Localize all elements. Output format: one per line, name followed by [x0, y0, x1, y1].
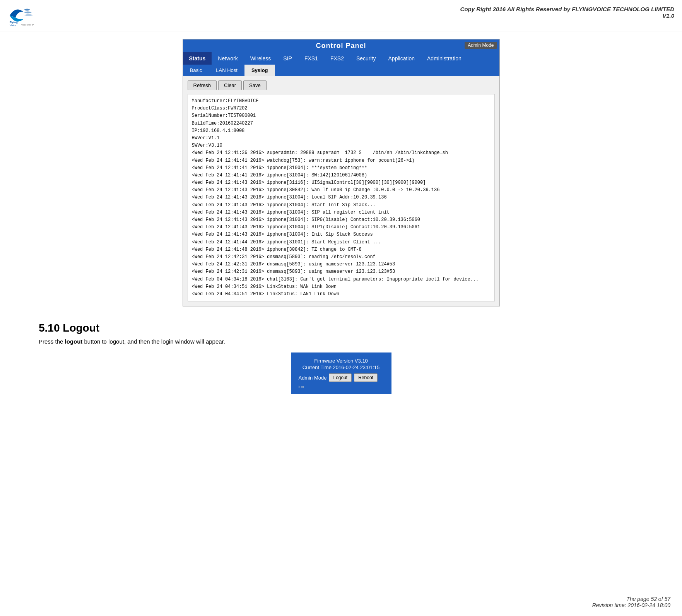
ion-label: ion: [299, 384, 384, 389]
tab-sip[interactable]: SIP: [277, 52, 298, 65]
section-description: Press the logout button to logout, and t…: [39, 338, 643, 345]
log-line: <Wed Feb 24 12:42:31 2016> dnsmasq[5893]…: [192, 253, 491, 261]
save-button[interactable]: Save: [243, 80, 267, 90]
log-line: <Wed Feb 24 12:41:43 2016> ipphone[30842…: [192, 187, 491, 194]
logout-keyword: logout: [65, 338, 83, 345]
log-line: <Wed Feb 24 12:41:44 2016> ipphone[31001…: [192, 239, 491, 246]
log-line: SerialNumber:TEST000001: [192, 112, 491, 120]
log-line: <Wed Feb 04 04:34:18 2016> chat[3163]: C…: [192, 276, 491, 283]
log-line: <Wed Feb 24 12:41:43 2016> ipphone[31004…: [192, 216, 491, 224]
log-line: SWVer:V3.10: [192, 142, 491, 149]
tab-wireless[interactable]: Wireless: [244, 52, 277, 65]
log-line: <Wed Feb 24 12:41:41 2016> ipphone[31004…: [192, 172, 491, 179]
log-line: <Wed Feb 24 12:41:48 2016> ipphone[30842…: [192, 246, 491, 253]
log-line: <Wed Feb 24 12:41:43 2016> ipphone[31004…: [192, 224, 491, 231]
copyright-text: Copy Right 2016 All Rights Reserved by F…: [39, 6, 674, 12]
admin-mode-label: Admin Mode: [299, 375, 327, 381]
top-nav-tabs: Status Network Wireless SIP FXS1 FXS2 Se…: [183, 52, 499, 65]
log-line: IP:192.168.4.1:8008: [192, 127, 491, 135]
clear-button[interactable]: Clear: [218, 80, 242, 90]
log-line: HWVer:V1.1: [192, 135, 491, 142]
refresh-button[interactable]: Refresh: [188, 80, 217, 90]
log-line: <Wed Feb 24 12:41:43 2016> ipphone[31116…: [192, 179, 491, 187]
main-content: Control Panel Admin Mode Status Network …: [0, 31, 682, 414]
log-line: BuildTime:201602240227: [192, 120, 491, 127]
panel-content: Refresh Clear Save Manufacturer:FLYINGVO…: [183, 76, 499, 306]
svg-text:Voice over IP: Voice over IP: [21, 24, 34, 26]
page-header: Flying Voice Voice over IP Copy Right 20…: [0, 0, 682, 31]
log-line: <Wed Feb 24 12:42:31 2016> dnsmasq[5893]…: [192, 268, 491, 275]
current-time-label: Current Time: [303, 364, 333, 370]
log-line: <Wed Feb 24 04:34:51 2016> LinkStatus: L…: [192, 291, 491, 298]
log-line: <Wed Feb 24 12:41:36 2016> superadmin: 2…: [192, 149, 491, 157]
section-title: 5.10 Logout: [39, 322, 643, 334]
tab-status[interactable]: Status: [183, 52, 212, 65]
current-time-value: 2016-02-24 23:01:15: [333, 364, 380, 370]
revision-time: Revision time: 2016-02-24 18:00: [592, 602, 670, 608]
router-panel: Control Panel Admin Mode Status Network …: [183, 39, 500, 306]
admin-mode-badge: Admin Mode: [465, 42, 497, 49]
log-line: <Wed Feb 24 12:41:41 2016> ipphone[31004…: [192, 164, 491, 172]
version-text: V1.0: [39, 12, 674, 19]
section-510: 5.10 Logout Press the logout button to l…: [39, 322, 643, 345]
panel-title: Control Panel: [183, 39, 499, 52]
nav-header-row: Control Panel Admin Mode: [183, 39, 499, 52]
subtab-lanhost[interactable]: LAN Host: [209, 65, 244, 76]
log-line: <Wed Feb 24 12:41:43 2016> ipphone[31004…: [192, 209, 491, 216]
subtab-basic[interactable]: Basic: [183, 65, 209, 76]
log-line: ProductClass:FWR7202: [192, 105, 491, 112]
log-line: <Wed Feb 24 04:34:51 2016> LinkStatus: W…: [192, 283, 491, 291]
logout-panel-wrapper: Firmware Version V3.10 Current Time 2016…: [39, 352, 643, 394]
company-logo: Flying Voice Voice over IP: [8, 4, 39, 27]
log-line: Manufacturer:FLYINGVOICE: [192, 98, 491, 105]
firmware-version-label: Firmware Version V3.10: [299, 358, 384, 364]
admin-mode-row: Admin Mode Logout Reboot: [299, 373, 384, 382]
reboot-button[interactable]: Reboot: [354, 373, 378, 382]
tab-security[interactable]: Security: [350, 52, 382, 65]
sub-nav-tabs: Basic LAN Host Syslog: [183, 65, 499, 76]
svg-text:Flying: Flying: [10, 21, 18, 24]
logout-panel: Firmware Version V3.10 Current Time 2016…: [291, 352, 391, 394]
log-line: <Wed Feb 24 12:42:31 2016> dnsmasq[5893]…: [192, 261, 491, 268]
header-info: Copy Right 2016 All Rights Reserved by F…: [39, 4, 674, 19]
svg-text:Voice: Voice: [10, 24, 16, 27]
tab-application[interactable]: Application: [382, 52, 421, 65]
log-line: <Wed Feb 24 12:41:43 2016> ipphone[31004…: [192, 231, 491, 238]
tab-fxs1[interactable]: FXS1: [298, 52, 324, 65]
tab-administration[interactable]: Administration: [421, 52, 468, 65]
subtab-syslog[interactable]: Syslog: [244, 65, 275, 76]
log-line: <Wed Feb 24 12:41:43 2016> ipphone[31004…: [192, 202, 491, 209]
page-number: The page 52 of 57: [592, 596, 670, 602]
action-buttons: Refresh Clear Save: [188, 80, 495, 90]
log-line: <Wed Feb 24 12:41:41 2016> watchdog[753]…: [192, 157, 491, 164]
tab-network[interactable]: Network: [212, 52, 244, 65]
page-footer: The page 52 of 57 Revision time: 2016-02…: [592, 596, 670, 608]
current-time-display: Current Time 2016-02-24 23:01:15: [299, 364, 384, 370]
syslog-output: Manufacturer:FLYINGVOICEProductClass:FWR…: [188, 94, 495, 301]
log-line: <Wed Feb 24 12:41:43 2016> ipphone[31004…: [192, 194, 491, 201]
tab-fxs2[interactable]: FXS2: [324, 52, 350, 65]
logout-button[interactable]: Logout: [329, 373, 352, 382]
